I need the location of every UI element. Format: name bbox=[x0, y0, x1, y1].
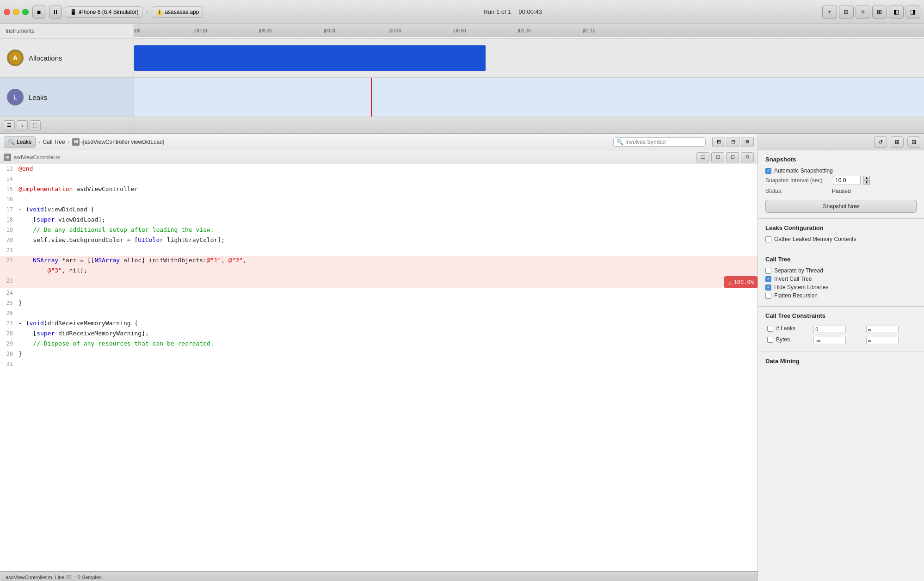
panel-left-button[interactable]: ◧ bbox=[889, 6, 904, 19]
bytes-constraint-checkbox[interactable] bbox=[767, 337, 773, 343]
line-num-17: 17 bbox=[0, 205, 17, 214]
leaks-min-input[interactable] bbox=[813, 326, 846, 333]
minimize-button[interactable] bbox=[13, 9, 19, 15]
line-num-29: 29 bbox=[0, 339, 17, 348]
view-btn-1[interactable]: ⊞ bbox=[712, 137, 725, 147]
line-num-20: 20 bbox=[0, 235, 17, 245]
panel-right-button[interactable]: ◨ bbox=[906, 6, 920, 19]
code-line-22b: @"3", nil]; bbox=[0, 266, 758, 276]
auto-snapshotting-checkbox[interactable]: ✓ bbox=[765, 168, 771, 174]
instruments-label: Instruments bbox=[0, 24, 134, 38]
snapshot-now-button[interactable]: Snapshot Now bbox=[765, 200, 917, 213]
ruler-tick-2: |00:20 bbox=[259, 28, 272, 33]
line-content-17: - (void)viewDidLoad { bbox=[17, 205, 758, 215]
add-instrument-button[interactable]: + bbox=[822, 6, 837, 19]
timeline-ruler[interactable]: |00 |00:10 |00:20 |00:30 |00:40 |00:50 |… bbox=[134, 24, 924, 37]
interval-input[interactable] bbox=[833, 176, 861, 185]
leaks-tab[interactable]: 🔍 Leaks bbox=[4, 136, 36, 148]
list-view-button[interactable]: ≡ bbox=[856, 6, 870, 19]
code-line-15: 15 @implementation asdViewController bbox=[0, 185, 758, 195]
line-content-28: [super didReceiveMemoryWarning]; bbox=[17, 329, 758, 339]
ruler-tick-1: |00:10 bbox=[194, 28, 207, 33]
line-content-13: @end bbox=[17, 164, 758, 174]
code-line-28: 28 [super didReceiveMemoryWarning]; bbox=[0, 329, 758, 339]
grid-view-button[interactable]: ⊞ bbox=[872, 6, 887, 19]
ruler-tick-7: |01:10 bbox=[583, 28, 596, 33]
line-num-26: 26 bbox=[0, 309, 17, 318]
menu-button[interactable]: ☰ bbox=[4, 120, 15, 130]
bytes-max-input[interactable] bbox=[866, 337, 899, 344]
device-selector[interactable]: 📱 iPhone 6 (8.4 Simulator) bbox=[66, 6, 142, 18]
library-button[interactable]: ⊟ bbox=[839, 6, 854, 19]
allocations-track[interactable] bbox=[134, 38, 924, 78]
method-breadcrumb[interactable]: M -[asdViewController viewDidLoad] bbox=[72, 138, 164, 146]
leaks-track-label[interactable]: L Leaks bbox=[0, 78, 134, 117]
code-view[interactable]: 13 @end 14 15 @implementation asdViewCon… bbox=[0, 164, 758, 571]
invert-call-tree-row[interactable]: ✓ Invert Call Tree bbox=[765, 276, 917, 282]
back-button[interactable]: ‹ bbox=[17, 120, 28, 130]
flatten-recursion-row[interactable]: Flatten Recursion bbox=[765, 292, 917, 299]
view-btn-2[interactable]: ⊟ bbox=[727, 137, 739, 147]
maximize-button[interactable] bbox=[22, 9, 29, 15]
stop-button[interactable]: ■ bbox=[32, 6, 45, 19]
hide-system-libs-row[interactable]: ✓ Hide System Libraries bbox=[765, 284, 917, 290]
invert-call-tree-checkbox[interactable]: ✓ bbox=[765, 276, 771, 282]
interval-label: Snapshot Interval (sec) bbox=[765, 177, 830, 184]
code-line-21: 21 bbox=[0, 246, 758, 256]
line-num-28: 28 bbox=[0, 329, 17, 338]
track-labels: A Allocations L Leaks bbox=[0, 38, 134, 117]
line-num-18: 18 bbox=[0, 215, 17, 224]
inspector-refresh-button[interactable]: ↺ bbox=[874, 136, 887, 148]
leaks-tab-icon: 🔍 bbox=[8, 139, 15, 145]
pause-button[interactable]: ⏸ bbox=[49, 6, 62, 19]
ruler-tick-4: |00:40 bbox=[388, 28, 401, 33]
bytes-min-input[interactable] bbox=[813, 337, 846, 344]
symbol-search[interactable]: 🔍 bbox=[613, 137, 706, 147]
top-bar: ■ ⏸ 📱 iPhone 6 (8.4 Simulator) › ⚠️ asas… bbox=[0, 0, 924, 24]
inspector-detail-button[interactable]: ⊟ bbox=[907, 136, 920, 148]
allocations-icon: A bbox=[6, 48, 25, 68]
gather-memory-checkbox[interactable] bbox=[765, 236, 771, 242]
view-btn-3[interactable]: ⚙ bbox=[741, 137, 754, 147]
auto-snapshotting-row[interactable]: ✓ Automatic Snapshotting bbox=[765, 167, 917, 174]
flatten-recursion-checkbox[interactable] bbox=[765, 293, 771, 299]
call-tree-breadcrumb[interactable]: Call Tree bbox=[43, 139, 65, 145]
inspector-list-button[interactable]: ⊞ bbox=[891, 136, 904, 148]
hide-system-libs-checkbox[interactable]: ✓ bbox=[765, 284, 771, 290]
gather-memory-row[interactable]: Gather Leaked Memory Contents bbox=[765, 236, 917, 242]
line-content-22: NSArray *arr = [[NSArray alloc] initWith… bbox=[17, 256, 758, 266]
main-area: 🔍 Leaks › Call Tree › M -[asdViewControl… bbox=[0, 134, 924, 581]
interval-stepper[interactable]: ▲ ▼ bbox=[863, 176, 870, 185]
line-num-21: 21 bbox=[0, 246, 17, 255]
leaks-constraint-checkbox[interactable] bbox=[767, 326, 773, 332]
line-content-20: self.view.backgroundColor = [UIColor lig… bbox=[17, 235, 758, 245]
code-line-20: 20 self.view.backgroundColor = [UIColor … bbox=[0, 235, 758, 246]
line-content-18: [super viewDidLoad]; bbox=[17, 215, 758, 225]
secondary-toolbar: m asdViewController.m ☰ ⊞ ⊟ ⚙ bbox=[0, 150, 758, 164]
secondary-btn-3[interactable]: ⊟ bbox=[726, 152, 739, 162]
secondary-btn-1[interactable]: ☰ bbox=[696, 152, 709, 162]
constraints-leaks-row: # Leaks bbox=[765, 324, 917, 335]
allocations-track-label[interactable]: A Allocations bbox=[0, 38, 134, 78]
app-selector[interactable]: ⚠️ asasasas.app bbox=[152, 6, 203, 18]
secondary-btn-4[interactable]: ⚙ bbox=[741, 152, 754, 162]
line-num-19: 19 bbox=[0, 225, 17, 235]
symbol-input[interactable] bbox=[625, 139, 702, 145]
timer-display: 00:00:43 bbox=[518, 8, 542, 15]
stepper-down[interactable]: ▼ bbox=[863, 180, 870, 185]
inspector-toolbar: ↺ ⊞ ⊟ bbox=[758, 134, 924, 150]
secondary-btn-2[interactable]: ⊞ bbox=[711, 152, 724, 162]
expand-button[interactable]: ⬚ bbox=[30, 120, 41, 130]
separate-thread-row[interactable]: Separate by Thread bbox=[765, 267, 917, 274]
gather-memory-label: Gather Leaked Memory Contents bbox=[774, 236, 856, 242]
stepper-up[interactable]: ▲ bbox=[863, 176, 870, 180]
close-button[interactable] bbox=[4, 9, 10, 15]
leaks-max-input[interactable] bbox=[866, 326, 899, 333]
secondary-right: ☰ ⊞ ⊟ ⚙ bbox=[696, 152, 754, 162]
method-label: -[asdViewController viewDidLoad] bbox=[81, 139, 164, 145]
code-line-30: 30 } bbox=[0, 349, 758, 359]
leaks-track[interactable] bbox=[134, 78, 924, 117]
code-line-26: 26 bbox=[0, 309, 758, 319]
ruler-tick-5: |00:50 bbox=[453, 28, 466, 33]
separate-thread-checkbox[interactable] bbox=[765, 268, 771, 274]
